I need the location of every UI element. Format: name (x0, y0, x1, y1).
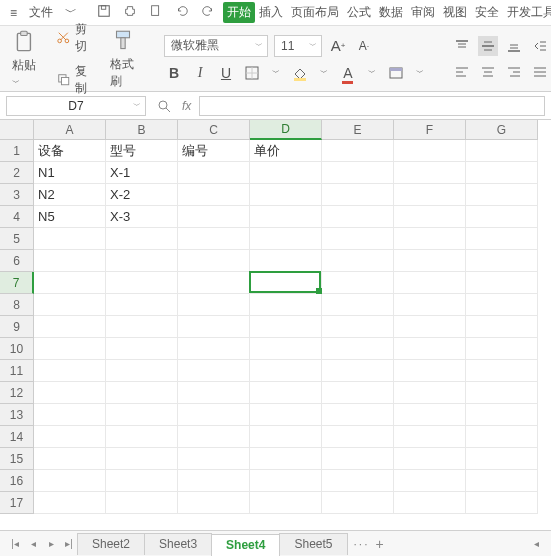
cell[interactable] (178, 316, 250, 338)
cell[interactable] (322, 162, 394, 184)
tab-last-icon[interactable]: ▸| (60, 535, 78, 553)
cell[interactable] (250, 426, 322, 448)
cell[interactable] (34, 360, 106, 382)
cell[interactable] (394, 250, 466, 272)
border-button[interactable] (242, 63, 262, 83)
cell[interactable] (250, 470, 322, 492)
cell[interactable] (250, 404, 322, 426)
cell[interactable] (178, 250, 250, 272)
cell[interactable] (394, 228, 466, 250)
cell[interactable] (322, 448, 394, 470)
cell[interactable] (178, 184, 250, 206)
column-header[interactable]: E (322, 120, 394, 140)
print-icon[interactable] (119, 2, 141, 23)
row-header[interactable]: 8 (0, 294, 34, 316)
cell[interactable] (394, 382, 466, 404)
cell[interactable]: 设备 (34, 140, 106, 162)
cell[interactable] (322, 360, 394, 382)
underline-button[interactable]: U (216, 63, 236, 83)
row-header[interactable]: 7 (0, 272, 34, 294)
menu-tab-1[interactable]: 插入 (255, 2, 287, 23)
chevron-down-icon[interactable]: ﹀ (364, 63, 380, 83)
menu-tab-8[interactable]: 开发工具 (503, 2, 551, 23)
redo-icon[interactable] (197, 2, 219, 23)
cell[interactable] (394, 184, 466, 206)
print-preview-icon[interactable] (145, 2, 167, 23)
cell[interactable] (394, 140, 466, 162)
cell[interactable] (34, 228, 106, 250)
cell[interactable] (178, 338, 250, 360)
cell[interactable] (250, 184, 322, 206)
menu-tab-2[interactable]: 页面布局 (287, 2, 343, 23)
cell[interactable] (250, 360, 322, 382)
cell[interactable] (466, 492, 538, 514)
cell[interactable] (34, 316, 106, 338)
cell[interactable] (466, 338, 538, 360)
cell[interactable] (106, 492, 178, 514)
cell[interactable] (106, 448, 178, 470)
align-top-icon[interactable] (452, 36, 472, 56)
font-family-select[interactable]: 微软雅黑 (164, 35, 268, 57)
cell[interactable] (466, 206, 538, 228)
menu-tab-3[interactable]: 公式 (343, 2, 375, 23)
cell[interactable] (466, 250, 538, 272)
name-box[interactable]: D7 (6, 96, 146, 116)
magnifier-icon[interactable] (154, 96, 174, 116)
cell[interactable] (394, 492, 466, 514)
cell[interactable] (322, 470, 394, 492)
cell[interactable] (178, 228, 250, 250)
row-header[interactable]: 5 (0, 228, 34, 250)
cell[interactable] (178, 426, 250, 448)
cell[interactable] (322, 184, 394, 206)
font-color-button[interactable]: A (338, 63, 358, 83)
row-header[interactable]: 11 (0, 360, 34, 382)
cell[interactable] (34, 404, 106, 426)
cell[interactable]: N1 (34, 162, 106, 184)
cell[interactable] (106, 382, 178, 404)
align-right-icon[interactable] (504, 62, 524, 82)
cells-area[interactable]: 设备型号编号单价N1X-1N2X-2N5X-3 (34, 140, 538, 514)
tab-first-icon[interactable]: |◂ (6, 535, 24, 553)
cell[interactable] (178, 404, 250, 426)
cell[interactable] (250, 294, 322, 316)
cell[interactable] (394, 470, 466, 492)
cell[interactable]: 型号 (106, 140, 178, 162)
cell[interactable] (34, 250, 106, 272)
cell[interactable] (322, 294, 394, 316)
sheet-tab[interactable]: Sheet3 (144, 533, 212, 555)
paste-button[interactable]: 粘贴 ﹀ (8, 25, 42, 92)
cell[interactable] (178, 272, 250, 294)
cell[interactable] (34, 382, 106, 404)
cell[interactable] (178, 382, 250, 404)
cell[interactable] (250, 382, 322, 404)
cell[interactable] (34, 272, 106, 294)
cell[interactable] (250, 228, 322, 250)
cell[interactable] (250, 316, 322, 338)
cell[interactable] (250, 250, 322, 272)
tab-more-button[interactable]: ··· (354, 537, 370, 551)
justify-icon[interactable] (530, 62, 550, 82)
cell-style-button[interactable] (386, 63, 406, 83)
cell[interactable] (394, 272, 466, 294)
cell[interactable] (322, 492, 394, 514)
column-header[interactable]: C (178, 120, 250, 140)
cell[interactable] (178, 162, 250, 184)
row-header[interactable]: 10 (0, 338, 34, 360)
align-left-icon[interactable] (452, 62, 472, 82)
cell[interactable] (322, 426, 394, 448)
cell[interactable] (394, 338, 466, 360)
cell[interactable] (394, 448, 466, 470)
chevron-down-icon[interactable]: ﹀ (316, 63, 332, 83)
chevron-down-icon[interactable]: ﹀ (268, 63, 284, 83)
cell[interactable] (34, 492, 106, 514)
cell[interactable] (466, 360, 538, 382)
formula-input[interactable] (199, 96, 545, 116)
cell[interactable] (466, 184, 538, 206)
cell[interactable] (106, 316, 178, 338)
bold-button[interactable]: B (164, 63, 184, 83)
cell[interactable]: N2 (34, 184, 106, 206)
sheet-tab[interactable]: Sheet5 (279, 533, 347, 555)
cell[interactable] (106, 360, 178, 382)
cell[interactable] (466, 382, 538, 404)
cell[interactable] (394, 316, 466, 338)
